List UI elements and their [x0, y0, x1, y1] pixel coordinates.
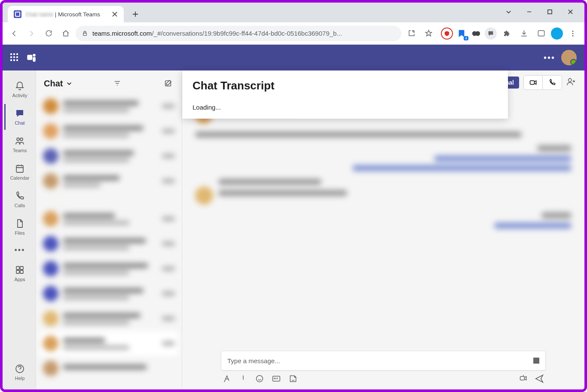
new-tab-button[interactable] — [129, 8, 142, 21]
svg-rect-22 — [273, 376, 280, 381]
app-launcher-icon[interactable] — [10, 53, 19, 62]
profile-avatar[interactable] — [561, 50, 577, 65]
extension-game-icon[interactable] — [470, 28, 482, 40]
svg-point-9 — [33, 54, 36, 56]
message-input[interactable]: Type a message... — [221, 351, 546, 371]
window-controls — [498, 5, 584, 22]
url-input[interactable]: teams.microsoft.com/_#/conversations/19:… — [76, 26, 401, 41]
chevron-down-icon[interactable] — [66, 80, 72, 86]
svg-point-11 — [20, 138, 23, 141]
video-call-button[interactable] — [524, 76, 543, 89]
rail-calendar[interactable]: Calendar — [4, 159, 34, 185]
teams-main: Activity Chat Teams Calendar Calls Files… — [3, 70, 584, 389]
extension-chat-icon[interactable] — [485, 28, 497, 40]
maximize-icon[interactable] — [540, 5, 559, 18]
svg-point-7 — [572, 35, 574, 36]
app-rail: Activity Chat Teams Calendar Calls Files… — [3, 70, 36, 389]
send-icon[interactable] — [535, 374, 544, 383]
format-icon[interactable] — [223, 374, 231, 383]
svg-point-20 — [569, 79, 572, 82]
svg-point-21 — [257, 376, 263, 382]
gif-icon[interactable] — [272, 374, 281, 383]
meet-now-icon[interactable] — [519, 374, 528, 383]
svg-rect-13 — [16, 266, 19, 270]
rail-apps[interactable]: Apps — [4, 260, 34, 286]
compose-expand-icon[interactable] — [533, 358, 539, 364]
svg-rect-14 — [20, 266, 23, 270]
minimize-icon[interactable] — [519, 5, 539, 18]
chat-list-items[interactable] — [36, 94, 182, 389]
conversation-panel: Chat Transcript Loading... ernal — [182, 70, 584, 389]
svg-rect-4 — [538, 31, 544, 36]
chat-heading: Chat — [44, 79, 63, 89]
conversation-messages[interactable] — [182, 95, 584, 346]
teams-logo-icon — [26, 52, 37, 63]
filter-icon[interactable] — [111, 77, 123, 89]
teams-app-header: ••• — [3, 45, 584, 70]
svg-rect-23 — [520, 377, 525, 380]
forward-button[interactable] — [24, 26, 39, 41]
extensions-row: 4 — [441, 26, 580, 41]
call-buttons-group — [523, 75, 562, 90]
chat-transcript-popup: Chat Transcript Loading... — [182, 70, 508, 119]
rail-help[interactable]: Help — [4, 359, 34, 385]
lock-icon — [82, 30, 88, 37]
header-more-icon[interactable]: ••• — [544, 53, 555, 63]
compose-area: Type a message... — [182, 346, 584, 389]
downloads-icon[interactable] — [517, 26, 531, 41]
svg-rect-19 — [530, 81, 534, 84]
svg-rect-12 — [16, 165, 23, 172]
svg-rect-16 — [20, 270, 23, 273]
extension-bookmark-icon[interactable]: 4 — [456, 28, 468, 40]
bookmark-star-icon[interactable] — [421, 26, 436, 41]
rail-more[interactable]: ••• — [4, 242, 34, 259]
popup-loading-text: Loading... — [193, 104, 498, 111]
svg-rect-1 — [83, 33, 87, 36]
chat-list-panel: Chat — [36, 70, 182, 389]
share-icon[interactable] — [404, 26, 419, 41]
svg-point-6 — [572, 33, 574, 34]
tab-title: Chat name | Microsoft Teams — [25, 11, 108, 18]
browser-tab[interactable]: Chat name | Microsoft Teams — [8, 6, 124, 22]
svg-rect-15 — [16, 270, 19, 273]
teams-favicon — [14, 10, 21, 18]
svg-point-5 — [572, 31, 574, 32]
chat-list-header: Chat — [36, 70, 182, 94]
svg-rect-8 — [27, 55, 32, 60]
priority-icon[interactable] — [239, 374, 248, 383]
close-tab-icon[interactable] — [112, 11, 118, 17]
tab-search-icon[interactable] — [498, 5, 518, 18]
svg-rect-0 — [547, 9, 551, 13]
svg-point-10 — [17, 138, 19, 141]
chrome-menu-icon[interactable] — [566, 26, 580, 41]
new-chat-icon[interactable] — [162, 77, 174, 89]
home-button[interactable] — [58, 26, 73, 41]
emoji-icon[interactable] — [255, 374, 264, 383]
svg-point-3 — [475, 31, 480, 36]
close-window-icon[interactable] — [560, 5, 580, 18]
sidepanel-icon[interactable] — [534, 26, 548, 41]
reload-button[interactable] — [41, 26, 56, 41]
sticker-icon[interactable] — [289, 374, 297, 383]
rail-files[interactable]: Files — [4, 214, 34, 240]
rail-teams[interactable]: Teams — [4, 132, 34, 157]
add-people-button[interactable] — [566, 77, 576, 88]
back-button[interactable] — [7, 26, 21, 41]
rail-calls[interactable]: Calls — [4, 187, 34, 212]
ublock-icon[interactable] — [441, 28, 453, 40]
audio-call-button[interactable] — [543, 76, 562, 89]
extension-s-icon[interactable] — [551, 28, 563, 40]
rail-chat[interactable]: Chat — [4, 104, 34, 130]
compose-toolbar — [221, 371, 546, 383]
extensions-puzzle-icon[interactable] — [499, 26, 514, 41]
browser-address-bar: teams.microsoft.com/_#/conversations/19:… — [3, 22, 584, 45]
popup-title: Chat Transcript — [193, 79, 498, 92]
browser-titlebar: Chat name | Microsoft Teams — [3, 3, 584, 22]
rail-activity[interactable]: Activity — [4, 77, 34, 102]
